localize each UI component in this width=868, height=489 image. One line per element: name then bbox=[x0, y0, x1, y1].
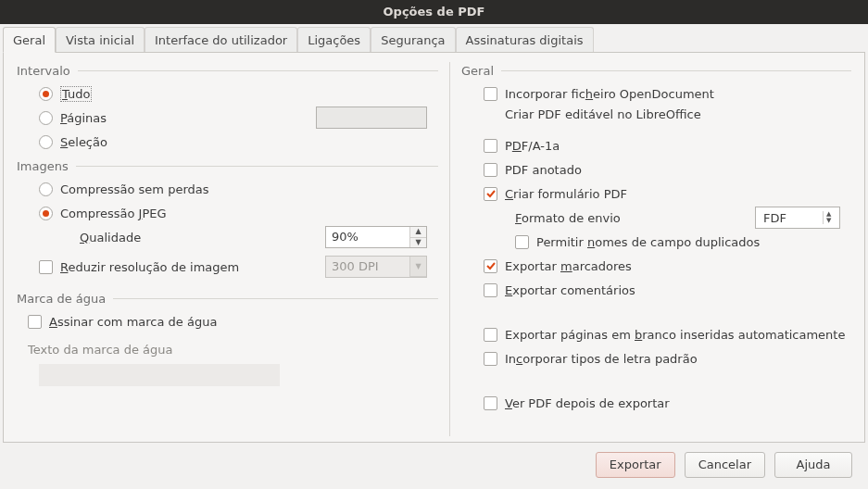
help-button[interactable]: Ajuda bbox=[774, 452, 852, 478]
check-pdfa[interactable] bbox=[484, 139, 497, 153]
vertical-separator bbox=[449, 62, 450, 436]
group-watermark: Marca de água bbox=[17, 292, 438, 306]
cancel-button-label: Cancelar bbox=[698, 458, 751, 471]
tab-initial-view[interactable]: Vista inicial bbox=[56, 27, 145, 52]
check-tagged-pdf-label: PDF anotado bbox=[505, 163, 582, 177]
select-submit-format-value: FDF bbox=[763, 211, 786, 225]
group-general: Geral bbox=[461, 64, 851, 78]
spin-resolution-arrows: ▼ bbox=[409, 257, 426, 277]
spin-quality-value: 90% bbox=[326, 227, 409, 247]
check-export-bookmarks[interactable] bbox=[484, 259, 497, 273]
check-tagged-pdf[interactable] bbox=[484, 163, 497, 177]
window-body: Geral Vista inicial Interface do utiliza… bbox=[0, 24, 868, 489]
check-embed-standard-fonts[interactable] bbox=[484, 352, 497, 366]
check-export-blank-pages[interactable] bbox=[484, 328, 497, 342]
left-column: Intervalo Tudo Páginas Seleção Imagens C… bbox=[17, 62, 438, 436]
spin-resolution-value: 300 DPI bbox=[326, 257, 409, 277]
dialog-button-bar: Exportar Cancelar Ajuda bbox=[3, 443, 865, 489]
tab-bar: Geral Vista inicial Interface do utiliza… bbox=[3, 27, 865, 53]
check-reduce-resolution[interactable] bbox=[39, 260, 53, 274]
cancel-button[interactable]: Cancelar bbox=[685, 452, 765, 478]
radio-range-pages[interactable] bbox=[39, 111, 53, 125]
input-range-pages[interactable] bbox=[316, 107, 427, 129]
right-column: Geral Incorporar ficheiro OpenDocument C… bbox=[461, 62, 851, 436]
help-button-label: Ajuda bbox=[797, 458, 831, 471]
spin-quality-arrows[interactable]: ▲▼ bbox=[409, 227, 426, 247]
export-button-label: Exportar bbox=[610, 458, 661, 471]
tab-panel-general: Intervalo Tudo Páginas Seleção Imagens C… bbox=[3, 53, 865, 443]
check-allow-duplicate-names[interactable] bbox=[515, 235, 529, 249]
check-view-after-export-label: Ver PDF depois de exportar bbox=[505, 396, 670, 410]
check-allow-duplicate-names-label: Permitir nomes de campo duplicados bbox=[536, 235, 760, 249]
check-create-form-label: Criar formulário PDF bbox=[505, 187, 627, 201]
check-embed-odf-sublabel: Criar PDF editável no LibreOffice bbox=[505, 107, 701, 121]
radio-range-all[interactable] bbox=[39, 87, 53, 101]
tab-links[interactable]: Ligações bbox=[297, 27, 371, 52]
group-images: Imagens bbox=[17, 159, 438, 173]
check-export-bookmarks-label: Exportar marcadores bbox=[505, 259, 632, 273]
watermark-text-label: Texto da marca de água bbox=[28, 343, 172, 357]
input-watermark-text[interactable] bbox=[39, 364, 280, 386]
check-embed-odf-label: Incorporar ficheiro OpenDocument bbox=[505, 87, 714, 101]
radio-jpeg-label: Compressão JPEG bbox=[60, 207, 167, 220]
check-create-form[interactable] bbox=[484, 187, 497, 201]
check-watermark-sign-label: Assinar com marca de água bbox=[49, 315, 217, 329]
check-export-comments-label: Exportar comentários bbox=[505, 283, 635, 297]
check-view-after-export[interactable] bbox=[484, 396, 497, 410]
tab-digital-signatures[interactable]: Assinaturas digitais bbox=[456, 27, 594, 52]
check-watermark-sign[interactable] bbox=[28, 315, 42, 329]
check-pdfa-label: PDF/A-1a bbox=[505, 139, 560, 153]
check-export-blank-pages-label: Exportar páginas em branco inseridas aut… bbox=[505, 328, 845, 342]
group-range: Intervalo bbox=[17, 64, 438, 78]
export-button[interactable]: Exportar bbox=[596, 452, 675, 478]
select-submit-format[interactable]: FDF ▲▼ bbox=[755, 207, 840, 229]
check-export-comments[interactable] bbox=[484, 283, 497, 297]
spin-resolution: 300 DPI ▼ bbox=[325, 256, 427, 278]
radio-jpeg[interactable] bbox=[39, 207, 53, 220]
radio-range-all-label: Tudo bbox=[60, 87, 92, 101]
radio-range-pages-label: Páginas bbox=[60, 111, 107, 125]
tab-general[interactable]: Geral bbox=[3, 27, 56, 53]
window-titlebar: Opções de PDF bbox=[0, 0, 868, 24]
check-embed-standard-fonts-label: Incorporar tipos de letra padrão bbox=[505, 352, 698, 366]
tab-security[interactable]: Segurança bbox=[371, 27, 455, 52]
check-reduce-resolution-label: Reduzir resolução de imagem bbox=[60, 260, 239, 274]
radio-lossless-label: Compressão sem perdas bbox=[60, 182, 209, 196]
quality-label: Qualidade bbox=[80, 231, 141, 244]
select-submit-format-arrows: ▲▼ bbox=[823, 211, 836, 224]
spin-quality[interactable]: 90% ▲▼ bbox=[325, 226, 427, 248]
radio-range-selection[interactable] bbox=[39, 135, 53, 149]
radio-lossless[interactable] bbox=[39, 182, 53, 196]
check-embed-odf[interactable] bbox=[484, 87, 497, 101]
submit-format-label: Formato de envio bbox=[515, 211, 621, 225]
radio-range-selection-label: Seleção bbox=[60, 135, 107, 149]
tab-user-interface[interactable]: Interface do utilizador bbox=[145, 27, 297, 52]
